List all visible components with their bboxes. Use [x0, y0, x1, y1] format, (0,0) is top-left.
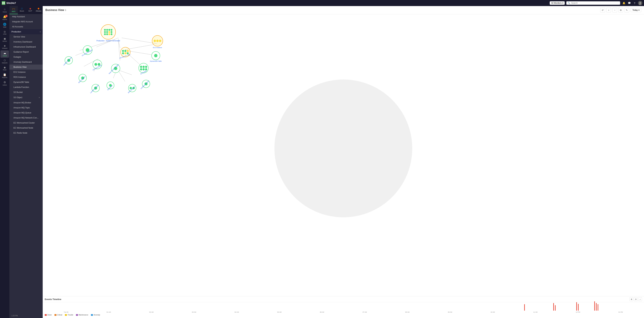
sidebar-mq-queue-label: Amazon MQ Queue: [14, 112, 31, 114]
tab-aws[interactable]: AWS: [10, 6, 18, 14]
s3object-plus-icon[interactable]: +: [39, 96, 40, 99]
monitor-select[interactable]: All Monitors ▾: [550, 1, 565, 5]
admin-icon: ⚙: [4, 81, 6, 84]
sidebar-production-header[interactable]: Production ▾: [10, 29, 43, 34]
timeline-search-button[interactable]: ⌕: [638, 297, 642, 301]
timeline-zoom-in-button[interactable]: ⊕: [630, 297, 633, 301]
sidebar-item-outages[interactable]: Outages: [10, 54, 43, 60]
sidebar-item-integrate-aws[interactable]: Integrate AWS Account: [10, 19, 43, 24]
sidebar-item-ec-memcached-node[interactable]: EC Memcached Node: [10, 126, 43, 130]
monitor-select-chevron: ▾: [562, 2, 563, 4]
sidebar-item-amazon-mq-topic[interactable]: Amazon MQ Topic: [10, 105, 43, 110]
settings-button[interactable]: ⚙: [618, 8, 623, 12]
x-label-3: 03 AM: [173, 311, 216, 313]
timeline-bar-8: [598, 304, 598, 310]
nav-home[interactable]: ⌂ Home: [0, 7, 9, 14]
dynamodb-node[interactable]: DynamoDB Table: [150, 51, 162, 62]
s3-bucket-right-node[interactable]: S3 Bucket: [138, 63, 148, 75]
x-label-0: Tue 06: [45, 311, 88, 313]
sidebar-item-lambda-function[interactable]: Lambda Function: [10, 85, 43, 90]
x-label-13: 01 PM: [599, 311, 642, 313]
us-east-virginia-node[interactable]: US East (N. Virg...: [119, 47, 132, 59]
sidebar-item-infrastructure-dashboard[interactable]: Infrastructure Dashboard: [10, 44, 43, 50]
us-east-ohio-node[interactable]: US East (Ohio): [92, 60, 102, 71]
lambda-west-node[interactable]: Lambda Function: [63, 56, 74, 66]
lambda-central-node[interactable]: Lambda Function: [90, 84, 102, 94]
sidebar-item-help-assistant[interactable]: Help Assistant: [10, 14, 43, 19]
legend-anomaly: Anomaly: [91, 314, 100, 316]
legend-down-label: Down: [48, 314, 52, 316]
production-chevron: ▾: [40, 31, 41, 33]
cluster-label: Production - System Generated: [96, 40, 120, 42]
sidebar-memcached-node-label: EC Memcached Node: [14, 127, 33, 129]
notification-icon[interactable]: 🔔: [622, 1, 626, 5]
s3-bucket-singapore-node[interactable]: S3 Bucket: [106, 82, 114, 91]
sidebar-item-ec2-instance[interactable]: EC2 Instance: [10, 70, 43, 75]
sidebar-item-inventory-dashboard[interactable]: Inventory Dashboard: [10, 39, 43, 44]
x-label-2: 02 AM: [130, 311, 173, 313]
sidebar-item-dynamodb-table[interactable]: DynamoDB Table: [10, 80, 43, 85]
nav-reports[interactable]: 📋 Reports: [0, 72, 9, 79]
x-label-11: 11 AM: [514, 311, 556, 313]
edit-button[interactable]: ✎: [624, 8, 629, 12]
nav-rum-label: RUM: [3, 69, 6, 71]
zoom-out-button[interactable]: −: [612, 8, 617, 12]
avatar[interactable]: [638, 1, 642, 5]
sidebar-item-amazon-mq-broker[interactable]: Amazon MQ Broker: [10, 100, 43, 105]
lambda-east-node[interactable]: Lambda Function: [140, 80, 152, 90]
search-bar[interactable]: 🔍: [566, 1, 620, 5]
nav-network-label: Network: [2, 62, 8, 64]
rds-instance-1-node[interactable]: RDS Instance: [78, 74, 88, 84]
tab-alibaba[interactable]: ⬢ Alibaba: [34, 6, 43, 14]
dynamodb-circle: [152, 51, 160, 60]
business-view-canvas[interactable]: Production - System Generated US West (O…: [43, 14, 644, 296]
search-icon: 🔍: [568, 2, 570, 4]
nav-server[interactable]: ▣ Server: [0, 36, 9, 43]
help-icon[interactable]: ?: [632, 1, 636, 5]
sidebar-item-s3-object[interactable]: S3 Object +: [10, 95, 43, 100]
nav-vmware[interactable]: ◈ VMware: [0, 43, 9, 50]
svg-rect-1: [4, 2, 5, 3]
sidebar-item-business-view[interactable]: Business View: [10, 64, 43, 70]
nav-rum[interactable]: ◉ RUM: [0, 65, 9, 72]
sidebar-infrastructure-label: Infrastructure Dashboard: [14, 46, 36, 48]
nav-apm[interactable]: ◎ APM: [0, 29, 9, 36]
sidebar-item-rds-instance[interactable]: RDS Instance: [10, 75, 43, 80]
timeline-legend: Down Critical Trouble Maintenance Anomal…: [43, 313, 644, 316]
nav-network[interactable]: ⬡ Network: [0, 58, 9, 65]
sidebar-item-amazon-mq-queue[interactable]: Amazon MQ Queue: [10, 110, 43, 115]
production-cluster-node[interactable]: Production - System Generated: [96, 24, 120, 42]
chat-icon[interactable]: 💬: [627, 1, 631, 5]
ec2-instance-node[interactable]: EC2 Instance: [152, 35, 163, 48]
ap-singapore-node[interactable]: Asia Pacific (Singap...: [108, 64, 123, 75]
sidebar-item-s3-bucket[interactable]: S3 Bucket: [10, 90, 43, 95]
zoom-in-button[interactable]: +: [606, 8, 611, 12]
search-input[interactable]: [571, 2, 619, 4]
legend-maintenance-label: Maintenance: [79, 314, 88, 316]
dynamodb-label: DynamoDB Table: [150, 60, 162, 62]
nav-home-label: Home: [3, 11, 7, 13]
sidebar-item-guidance-report[interactable]: Guidance Report: [10, 50, 43, 54]
sidebar-item-ec-memcached-cluster[interactable]: EC Memcached Cluster: [10, 120, 43, 126]
tab-gcp[interactable]: ◉ GCP: [26, 6, 34, 14]
sidebar-service-view-label: Service View: [14, 36, 25, 38]
vmware-icon: ◈: [4, 44, 6, 47]
nav-alarms[interactable]: 3 🔔 Alarms: [0, 14, 9, 21]
rds-east-node[interactable]: RDS Instance: [128, 84, 137, 94]
us-west-oregon-node[interactable]: US West (Oregon): [81, 46, 94, 57]
sidebar-item-all-accounts[interactable]: All Accounts: [10, 24, 43, 29]
sidebar-item-service-view[interactable]: Service View: [10, 34, 43, 39]
sidebar-item-ec-redis-node[interactable]: EC Redis Node: [10, 130, 43, 136]
timeline-zoom-out-button[interactable]: ⊖: [634, 297, 638, 301]
nav-admin[interactable]: ⚙ Admin: [0, 80, 9, 87]
sidebar-item-amazon-mq-network[interactable]: Amazon MQ Network Con...: [10, 115, 43, 120]
sidebar-item-anomaly-dashboard[interactable]: Anomaly Dashboard: [10, 60, 43, 64]
nav-web[interactable]: 🌐 Web: [0, 22, 9, 29]
x-label-4: 04 AM: [215, 311, 258, 313]
date-dropdown[interactable]: Today ▾: [630, 8, 641, 12]
server-icon: ▣: [4, 37, 6, 40]
tab-azure[interactable]: ⬡ Azure: [18, 6, 26, 14]
nav-cloud[interactable]: ☁ Cloud: [0, 50, 9, 58]
info-icon[interactable]: ℹ: [65, 9, 66, 12]
refresh-button[interactable]: ↺: [600, 8, 605, 12]
